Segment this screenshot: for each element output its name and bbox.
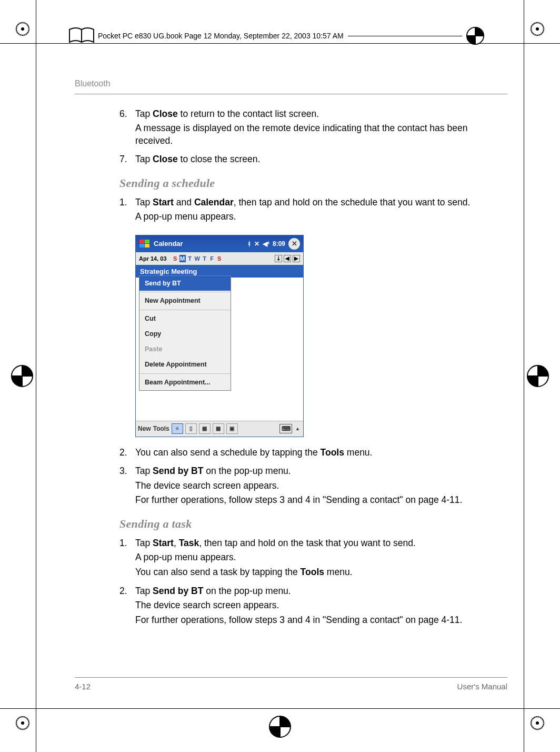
- bluetooth-icon: ᚼ: [247, 240, 251, 248]
- windows-flag-icon: [139, 238, 151, 250]
- prev-day-icon[interactable]: ◀: [284, 255, 291, 262]
- screenshot-calendar-popup: Calendar ᚼ ✕ ◀ᵋ 8:09 ✕ Apr 14, 03 S M: [135, 235, 507, 437]
- svg-point-11: [536, 721, 539, 725]
- ppc-bottom-toolbar: New Tools ≡ ▯ ▦ ▦ ▣ ⌨ ▲: [136, 421, 303, 437]
- menu-new-appointment[interactable]: New Appointment: [139, 293, 231, 309]
- svg-point-2: [21, 27, 24, 31]
- schedule-step-2: 2. You can also send a schedule by tappi…: [119, 447, 507, 461]
- sip-arrow-icon[interactable]: ▲: [294, 426, 301, 432]
- close-icon[interactable]: ✕: [288, 238, 300, 250]
- menu-paste: Paste: [139, 342, 231, 357]
- weekday-picker[interactable]: S M T W T F S: [172, 255, 223, 263]
- task-step-2: 2. Tap Send by BT on the pop-up menu. Th…: [119, 585, 507, 629]
- reg-mark-top-left: [14, 20, 32, 38]
- schedule-step-1: 1. Tap Start and Calendar, then tap and …: [119, 196, 507, 225]
- svg-rect-26: [145, 240, 149, 243]
- schedule-step-3: 3. Tap Send by BT on the pop-up menu. Th…: [119, 465, 507, 509]
- heading-sending-schedule: Sending a schedule: [119, 175, 507, 191]
- divider: [75, 94, 507, 94]
- svg-point-5: [536, 27, 539, 31]
- ppc-app-title: Calendar: [154, 239, 183, 249]
- menu-copy[interactable]: Copy: [139, 326, 231, 342]
- context-menu: Send by BT New Appointment Cut Copy Past…: [139, 275, 231, 391]
- target-icon: [462, 26, 488, 45]
- ppc-title-bar: Calendar ᚼ ✕ ◀ᵋ 8:09 ✕: [136, 235, 303, 252]
- page-footer: 4-12 User's Manual: [75, 677, 507, 691]
- svg-point-8: [21, 721, 24, 725]
- svg-rect-28: [145, 244, 149, 248]
- reg-mark-bottom-center: [267, 714, 293, 739]
- today-icon[interactable]: ⤓: [275, 255, 282, 262]
- book-header-text: Pocket PC e830 UG.book Page 12 Monday, S…: [98, 32, 344, 40]
- manual-label: User's Manual: [457, 682, 507, 691]
- date-label: Apr 14, 03: [139, 255, 167, 263]
- next-day-icon[interactable]: ▶: [293, 255, 300, 262]
- page-number: 4-12: [75, 682, 91, 691]
- view-week-icon[interactable]: ▦: [199, 423, 211, 434]
- reg-mark-left-center: [9, 363, 35, 389]
- step-6: 6. Tap Close to return to the contact li…: [119, 108, 507, 150]
- view-year-icon[interactable]: ▣: [226, 423, 238, 434]
- open-book-icon: [68, 26, 95, 45]
- ppc-date-bar: Apr 14, 03 S M T W T F S ⤓ ◀ ▶: [136, 252, 303, 265]
- clock-time: 8:09: [273, 240, 285, 248]
- toolbar-new[interactable]: New: [138, 424, 151, 433]
- reg-mark-bottom-left: [14, 714, 32, 732]
- heading-sending-task: Sending a task: [119, 516, 507, 532]
- menu-send-by-bt[interactable]: Send by BT: [139, 276, 231, 291]
- svg-rect-25: [139, 240, 144, 243]
- running-head: Bluetooth: [75, 78, 507, 90]
- menu-delete-appointment[interactable]: Delete Appointment: [139, 357, 231, 372]
- step-7: 7. Tap Close to close the screen.: [119, 153, 507, 168]
- task-step-1: 1. Tap Start, Task, then tap and hold on…: [119, 537, 507, 581]
- view-month-icon[interactable]: ▦: [213, 423, 224, 434]
- volume-icon: ◀ᵋ: [263, 240, 269, 248]
- menu-cut[interactable]: Cut: [139, 311, 231, 326]
- signal-icon: ✕: [254, 240, 259, 248]
- menu-beam-appointment[interactable]: Beam Appointment...: [139, 375, 231, 390]
- reg-mark-right-center: [525, 363, 551, 389]
- svg-rect-27: [139, 244, 144, 248]
- toolbar-tools[interactable]: Tools: [153, 424, 169, 433]
- reg-mark-top-right: [528, 20, 546, 38]
- view-day-icon[interactable]: ▯: [185, 423, 197, 434]
- reg-mark-bottom-right: [528, 714, 546, 732]
- book-header: Pocket PC e830 UG.book Page 12 Monday, S…: [68, 26, 492, 45]
- view-agenda-icon[interactable]: ≡: [172, 423, 183, 434]
- keyboard-icon[interactable]: ⌨: [279, 424, 292, 433]
